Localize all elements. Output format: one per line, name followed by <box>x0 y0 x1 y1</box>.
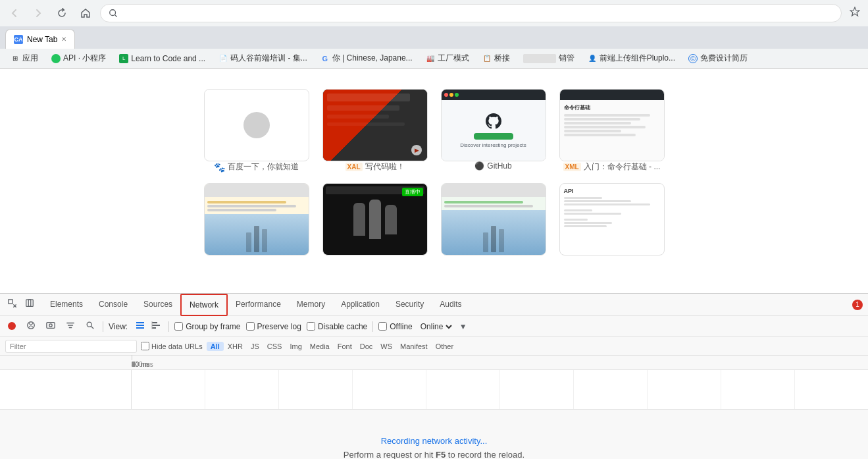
reload-button[interactable] <box>53 4 71 22</box>
tab-favicon: CA <box>14 35 23 44</box>
filter-input[interactable] <box>5 340 137 353</box>
devtools-panel: Elements Console Sources Network Perform… <box>0 293 868 459</box>
bookmark-learncode[interactable]: L Learn to Code and ... <box>114 53 211 65</box>
filter-font[interactable]: Font <box>334 342 356 351</box>
address-input[interactable] <box>122 9 833 18</box>
tab-elements[interactable]: Elements <box>42 294 91 316</box>
address-bar[interactable] <box>100 4 842 22</box>
thumbnail-row2-1[interactable]: 直播中 <box>322 183 428 256</box>
network-toolbar: View: Group by frame Preserve log Disabl… <box>0 316 868 337</box>
thumbnail-github[interactable]: Discover interesting projects ⚫ GitHub <box>441 89 546 173</box>
disable-cache-checkbox[interactable]: Disable cache <box>307 322 367 331</box>
nav-bar <box>0 0 868 26</box>
forward-button[interactable] <box>29 4 47 22</box>
throttle-select[interactable]: Online <box>418 321 454 332</box>
tab-network[interactable]: Network <box>180 294 228 316</box>
bookmark-train[interactable]: 📄 码人谷前端培训 - 集... <box>213 51 313 65</box>
preserve-log-input[interactable] <box>246 322 255 331</box>
search-network-button[interactable] <box>83 319 97 333</box>
waterfall-view-button[interactable] <box>149 319 163 333</box>
bookmark-sales[interactable]: 销管 <box>518 51 580 65</box>
device-toolbar-button[interactable] <box>22 296 37 313</box>
thumbnail-xml[interactable]: 命令行基础 XML <box>559 89 665 173</box>
tab-title: New Tab <box>27 35 57 44</box>
thumbnail-github-img: Discover interesting projects <box>441 89 546 161</box>
back-button[interactable] <box>5 4 24 22</box>
hide-data-urls-input[interactable] <box>141 342 149 350</box>
bookmark-star-button[interactable] <box>847 4 863 22</box>
tab-security[interactable]: Security <box>388 294 432 316</box>
bookmark-api[interactable]: API · 小程序 <box>46 51 111 65</box>
bookmark-g[interactable]: G 你 | Chinese, Japane... <box>315 51 418 65</box>
tab-console[interactable]: Console <box>91 294 136 316</box>
tab-close-button[interactable]: ✕ <box>61 36 66 43</box>
bookmark-learncode-label: Learn to Code and ... <box>131 54 205 63</box>
recording-hint-suffix: to record the reload. <box>446 450 524 459</box>
view-label: View: <box>109 322 128 331</box>
thumbnail-row2-3[interactable]: API <box>559 183 665 256</box>
screenshot-button[interactable] <box>43 319 58 333</box>
filter-img[interactable]: Img <box>286 342 305 351</box>
tab-sources[interactable]: Sources <box>136 294 180 316</box>
filter-button[interactable] <box>63 319 78 333</box>
thumbnail-github-label: GitHub <box>487 161 511 171</box>
offline-checkbox[interactable]: Offline <box>378 322 412 331</box>
list-view-button[interactable] <box>133 319 147 333</box>
svg-point-8 <box>87 322 91 327</box>
browser-chrome: CA New Tab ✕ ⊞ 应用 API · 小程序 L Learn to C… <box>0 0 868 69</box>
inspect-element-button[interactable] <box>5 296 20 313</box>
thumbnail-row2-2[interactable] <box>441 183 546 256</box>
browser-tab[interactable]: CA New Tab ✕ <box>5 29 75 49</box>
tab-application[interactable]: Application <box>333 294 388 316</box>
devtools-icon-group <box>5 296 37 313</box>
filter-xhr[interactable]: XHR <box>224 342 247 351</box>
thumbnail-baidu[interactable]: 🐾 百度一下，你就知道 <box>204 89 309 173</box>
thumbnail-row2-2-img <box>441 183 546 256</box>
thumbnail-xal[interactable]: ▶ XAL 写代码啦！ <box>322 89 428 173</box>
filter-doc[interactable]: Doc <box>356 342 377 351</box>
filter-ws[interactable]: WS <box>376 342 396 351</box>
group-by-frame-checkbox[interactable]: Group by frame <box>174 322 240 331</box>
filter-media[interactable]: Media <box>306 342 334 351</box>
sales-icon <box>523 54 556 63</box>
clear-button[interactable] <box>24 319 38 333</box>
bookmark-apps[interactable]: ⊞ 应用 <box>5 51 43 65</box>
filter-js[interactable]: JS <box>247 342 263 351</box>
filter-all[interactable]: All <box>207 342 224 351</box>
home-button[interactable] <box>76 4 95 22</box>
disable-cache-input[interactable] <box>307 322 315 331</box>
devtools-tab-bar: Elements Console Sources Network Perform… <box>0 294 868 316</box>
main-content: 🐾 百度一下，你就知道 ▶ XAL 写代码啦！ <box>0 69 868 293</box>
record-button[interactable] <box>5 320 18 333</box>
thumbnail-baidu-label: 百度一下，你就知道 <box>228 161 299 173</box>
svg-point-7 <box>49 324 52 327</box>
bookmark-train-label: 码人谷前端培训 - 集... <box>230 53 307 64</box>
filter-other[interactable]: Other <box>432 342 458 351</box>
svg-rect-9 <box>136 322 144 323</box>
filter-manifest[interactable]: Manifest <box>396 342 432 351</box>
bookmark-upload-label: 前端上传组件Pluplo... <box>600 53 675 64</box>
bookmark-upload[interactable]: 👤 前端上传组件Pluplo... <box>582 51 680 65</box>
thumbnail-row2-0[interactable] <box>204 183 309 256</box>
bookmark-bridge[interactable]: 📋 桥接 <box>477 51 515 65</box>
filter-bar: Hide data URLs All XHR JS CSS Img Media … <box>0 337 868 356</box>
hide-data-urls-checkbox[interactable]: Hide data URLs <box>141 342 203 350</box>
tab-memory[interactable]: Memory <box>289 294 333 316</box>
bookmark-factory[interactable]: 🏭 工厂模式 <box>421 51 474 65</box>
group-by-frame-input[interactable] <box>174 322 183 331</box>
throttle-dropdown-button[interactable]: ▼ <box>459 322 467 331</box>
offline-input[interactable] <box>378 322 387 331</box>
preserve-log-checkbox[interactable]: Preserve log <box>246 322 301 331</box>
filter-css[interactable]: CSS <box>263 342 286 351</box>
bookmark-design[interactable]: © 免费设计简历 <box>683 51 753 65</box>
tab-performance[interactable]: Performance <box>228 294 289 316</box>
tab-audits[interactable]: Audits <box>432 294 469 316</box>
bookmark-api-label: API · 小程序 <box>63 53 106 64</box>
svg-rect-1 <box>9 300 13 304</box>
design-icon: © <box>688 54 698 63</box>
thumbnail-xml-label: 入门：命令行基础 - ... <box>584 161 661 173</box>
factory-icon: 🏭 <box>426 54 435 63</box>
thumbnail-xml-header: XML 入门：命令行基础 - ... <box>563 161 661 173</box>
view-buttons <box>133 319 163 333</box>
thumbnail-xml-img: 命令行基础 <box>559 89 665 161</box>
